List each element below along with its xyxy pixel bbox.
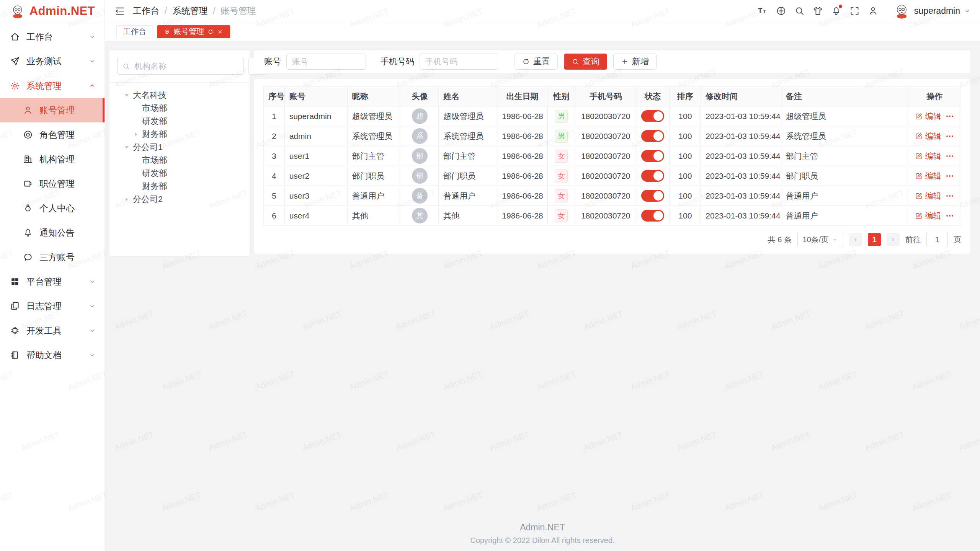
status-toggle[interactable]	[641, 150, 664, 162]
gender-badge: 女	[555, 170, 568, 183]
prev-page-button[interactable]	[849, 233, 862, 246]
status-toggle[interactable]	[641, 210, 664, 222]
edit-button[interactable]: 编辑	[915, 191, 941, 201]
page-size-select[interactable]: 10条/页	[797, 232, 843, 247]
row-more-button[interactable]	[945, 191, 954, 201]
query-button[interactable]: 查询	[564, 54, 607, 70]
edit-button[interactable]: 编辑	[915, 131, 941, 142]
grid-icon	[10, 277, 20, 287]
edit-button-label: 编辑	[925, 191, 941, 201]
caret-down-icon[interactable]	[122, 91, 131, 99]
breadcrumb-item[interactable]: 工作台	[133, 5, 159, 17]
tab-label: 工作台	[123, 26, 146, 37]
search-icon	[122, 62, 130, 70]
account-input[interactable]	[286, 54, 366, 70]
row-more-button[interactable]	[945, 132, 954, 141]
column-header-name: 姓名	[439, 87, 497, 106]
reset-button[interactable]: 重置	[514, 54, 558, 70]
sidebar-item-workbench[interactable]: 工作台	[0, 24, 105, 49]
language-button[interactable]	[773, 3, 790, 20]
cell-account: admin	[284, 126, 347, 146]
tree-node[interactable]: 研发部	[117, 167, 242, 180]
row-actions: 编辑	[913, 171, 956, 181]
page-size-value: 10条/页	[803, 235, 829, 245]
caret-right-icon[interactable]	[132, 130, 140, 139]
cell-order: 100	[670, 186, 701, 206]
row-more-button[interactable]	[945, 152, 954, 161]
tree-node[interactable]: 市场部	[117, 102, 242, 115]
search-button[interactable]	[791, 3, 808, 20]
fullscreen-button[interactable]	[846, 3, 863, 20]
close-icon	[217, 29, 223, 35]
menu-fold-icon[interactable]	[114, 6, 125, 16]
breadcrumb-item[interactable]: 系统管理	[172, 5, 207, 17]
sidebar-item-notice[interactable]: 通知公告	[0, 220, 105, 245]
edit-button[interactable]: 编辑	[915, 151, 941, 161]
notifications-button[interactable]	[828, 3, 845, 20]
sidebar-item-system-manage[interactable]: 系统管理	[0, 73, 105, 98]
avatar[interactable]	[893, 2, 910, 20]
cell-status	[636, 166, 669, 186]
sidebar-item-help-docs[interactable]: 帮助文档	[0, 343, 105, 367]
status-toggle[interactable]	[641, 110, 664, 122]
profile-button[interactable]	[865, 3, 882, 20]
sidebar-item-position-manage[interactable]: 职位管理	[0, 171, 105, 196]
add-button[interactable]: 新增	[613, 54, 657, 70]
cell-time: 2023-01-03 10:59:44	[701, 106, 781, 126]
cell-phone: 18020030720	[575, 186, 636, 206]
tab-workbench[interactable]: 工作台	[116, 25, 153, 38]
logo-mascot-icon	[10, 3, 26, 19]
user-menu[interactable]: superadmin	[893, 2, 971, 20]
tree-search-row	[117, 58, 242, 75]
cell-time: 2023-01-03 10:59:44	[701, 126, 781, 146]
tree-node[interactable]: 研发部	[117, 115, 242, 128]
tree-node[interactable]: 分公司2	[117, 193, 242, 206]
column-header-op: 操作	[908, 87, 961, 106]
goto-page-input[interactable]	[926, 232, 948, 247]
edit-button[interactable]: 编辑	[915, 210, 941, 221]
theme-button[interactable]	[810, 3, 826, 20]
sidebar-item-role-manage[interactable]: 角色管理	[0, 122, 105, 147]
font-size-button[interactable]: TT	[755, 3, 771, 20]
logo[interactable]: Admin.NET	[0, 0, 105, 22]
sidebar-item-personal-center[interactable]: 个人中心	[0, 196, 105, 220]
footer: Admin.NET Copyright © 2022 Dilon All rig…	[105, 518, 980, 551]
page-number-1[interactable]: 1	[868, 233, 881, 246]
sidebar-item-business-test[interactable]: 业务测试	[0, 49, 105, 73]
edit-button[interactable]: 编辑	[915, 111, 941, 122]
status-toggle[interactable]	[641, 130, 664, 142]
cell-gender: 女	[547, 206, 575, 226]
edit-button[interactable]: 编辑	[915, 171, 941, 181]
tree-node[interactable]: 分公司1	[117, 141, 242, 154]
tree-node[interactable]: 财务部	[117, 180, 242, 193]
breadcrumb-separator: /	[213, 6, 215, 16]
row-actions: 编辑	[913, 191, 956, 201]
sidebar-item-third-party-account[interactable]: 三方账号	[0, 245, 105, 269]
status-toggle[interactable]	[641, 170, 664, 182]
column-header-order: 排序	[670, 87, 701, 106]
cell-status	[636, 126, 669, 146]
tree-node-label: 财务部	[142, 129, 167, 140]
tree-node[interactable]: 大名科技	[117, 89, 242, 102]
row-more-button[interactable]	[945, 171, 954, 181]
sidebar-item-dev-tools[interactable]: 开发工具	[0, 318, 105, 343]
tab-account-manage[interactable]: 账号管理	[157, 25, 230, 38]
tree-node[interactable]: 财务部	[117, 128, 242, 141]
phone-input[interactable]	[420, 54, 499, 70]
sidebar-item-platform-manage[interactable]: 平台管理	[0, 269, 105, 294]
sidebar-item-org-manage[interactable]: 机构管理	[0, 147, 105, 171]
breadcrumb: 工作台/系统管理/账号管理	[133, 5, 256, 17]
sidebar-item-log-manage[interactable]: 日志管理	[0, 294, 105, 318]
chevron-down-icon	[832, 236, 838, 243]
tree-node[interactable]: 市场部	[117, 154, 242, 167]
status-toggle[interactable]	[641, 190, 664, 202]
caret-right-icon[interactable]	[122, 195, 131, 204]
caret-down-icon[interactable]	[122, 143, 131, 152]
row-more-button[interactable]	[945, 211, 954, 220]
sidebar-item-account-manage[interactable]: 账号管理	[0, 98, 105, 122]
row-more-button[interactable]	[945, 112, 954, 121]
sidebar-item-label: 通知公告	[39, 227, 96, 239]
cell-order: 100	[670, 146, 701, 166]
org-search-input[interactable]	[134, 61, 239, 71]
next-page-button[interactable]	[887, 233, 900, 246]
